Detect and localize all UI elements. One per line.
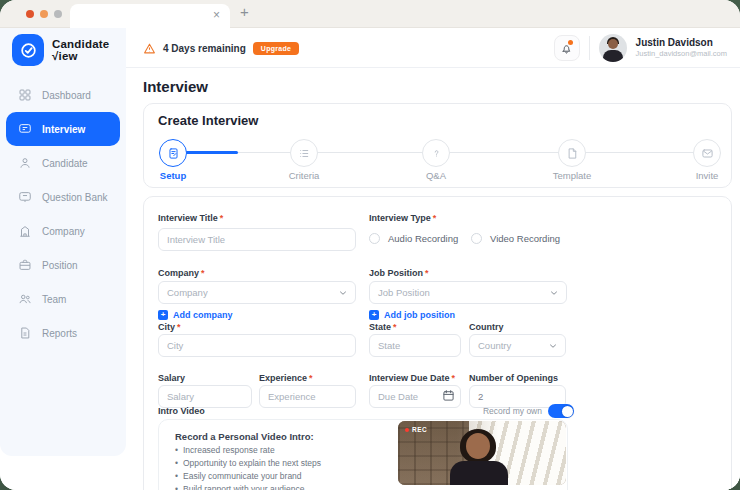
step-setup[interactable] — [159, 139, 187, 167]
add-job-position-link[interactable]: + Add job position — [369, 310, 455, 320]
avatar-face — [608, 39, 618, 49]
user-avatar[interactable] — [599, 34, 627, 62]
top-bar: 4 Days remaining Upgrade Justin Davidson… — [126, 28, 740, 68]
city-input[interactable] — [158, 334, 356, 357]
state-label: State* — [369, 322, 397, 332]
step-label-invite: Invite — [667, 170, 740, 181]
sidebar-item-reports[interactable]: Reports — [0, 316, 126, 350]
list-item: •Build rapport with your audience — [175, 483, 321, 490]
sidebar-item-interview[interactable]: Interview — [6, 112, 120, 146]
setup-form-card: Interview Title* Interview Type* Audio R… — [143, 196, 732, 490]
team-people-icon — [18, 292, 32, 306]
audio-recording-radio[interactable]: Audio Recording — [369, 233, 458, 244]
step-invite[interactable] — [693, 139, 721, 167]
interview-title-input[interactable] — [158, 228, 356, 251]
calendar-icon[interactable] — [442, 389, 455, 402]
intro-card-title: Record a Personal Video Intro: — [175, 431, 314, 442]
question-mark-icon — [430, 147, 443, 160]
browser-tab[interactable]: × — [70, 4, 230, 28]
country-select[interactable]: Country — [469, 334, 566, 357]
salary-label: Salary — [158, 373, 185, 383]
sidebar-item-label: Position — [42, 260, 78, 271]
sidebar-item-team[interactable]: Team — [0, 282, 126, 316]
list-item: •Opportunity to explain the next steps — [175, 457, 321, 470]
rec-text: REC — [412, 426, 427, 433]
interview-type-label: Interview Type* — [369, 213, 436, 223]
salary-input[interactable] — [158, 385, 252, 408]
experience-label: Experience* — [259, 373, 313, 383]
tab-close-icon[interactable]: × — [213, 8, 220, 22]
create-interview-card: Create Interview Setup — [143, 103, 732, 188]
traffic-light-minimize-button[interactable] — [40, 10, 48, 18]
traffic-light-close-button[interactable] — [26, 10, 34, 18]
upgrade-button[interactable]: Upgrade — [253, 42, 300, 55]
sidebar-item-position[interactable]: Position — [0, 248, 126, 282]
due-date-field[interactable] — [369, 385, 461, 408]
step-template[interactable] — [558, 139, 586, 167]
notifications-button[interactable] — [554, 35, 580, 61]
plus-square-icon: + — [369, 310, 379, 320]
user-email: Justin_davidson@mail.com — [636, 49, 727, 59]
step-qa[interactable] — [422, 139, 450, 167]
traffic-light-zoom-button[interactable] — [54, 10, 62, 18]
openings-label: Number of Openings — [469, 373, 558, 383]
step-criteria[interactable] — [290, 139, 318, 167]
sidebar-item-candidate[interactable]: Candidate — [0, 146, 126, 180]
sidebar-item-label: Team — [42, 294, 66, 305]
main-content: Interview Create Interview — [126, 68, 740, 490]
sidebar-item-dashboard[interactable]: Dashboard — [0, 78, 126, 112]
trial-banner: 4 Days remaining Upgrade — [143, 28, 299, 68]
sidebar-item-label: Dashboard — [42, 90, 91, 101]
invite-envelope-icon — [701, 147, 714, 160]
presenter-body — [450, 461, 508, 485]
video-preview[interactable]: REC — [398, 421, 566, 485]
step-label-criteria: Criteria — [264, 170, 344, 181]
setup-clipboard-icon — [167, 147, 180, 160]
interview-chat-icon — [18, 122, 32, 136]
company-building-icon — [18, 224, 32, 238]
job-position-select[interactable]: Job Position — [369, 281, 567, 304]
sidebar-item-label: Company — [42, 226, 85, 237]
top-bar-right: Justin Davidson Justin_davidson@mail.com — [554, 28, 727, 68]
criteria-list-icon — [298, 147, 311, 160]
due-date-label: Interview Due Date* — [369, 373, 455, 383]
app-root: Candidate √iew Dashboard Interview Candi… — [0, 28, 740, 490]
presenter-face — [466, 433, 490, 459]
sidebar-menu: Dashboard Interview Candidate Question B… — [0, 78, 126, 350]
browser-chrome: × + — [0, 0, 740, 28]
position-briefcase-icon — [18, 258, 32, 272]
company-select[interactable]: Company — [158, 281, 356, 304]
radio-circle-icon — [471, 233, 482, 244]
record-my-own-toggle[interactable] — [548, 404, 574, 418]
candidate-person-icon — [18, 156, 32, 170]
sidebar-item-company[interactable]: Company — [0, 214, 126, 248]
avatar-body — [603, 50, 623, 62]
chevron-down-icon — [549, 288, 559, 298]
intro-video-label: Intro Video — [158, 406, 205, 416]
new-tab-button[interactable]: + — [240, 3, 249, 20]
interview-title-label: Interview Title* — [158, 213, 223, 223]
list-item: •Easily communicate your brand — [175, 470, 321, 483]
experience-input[interactable] — [259, 385, 356, 408]
notification-badge-dot — [568, 40, 573, 45]
add-company-link[interactable]: + Add company — [158, 310, 233, 320]
trial-days-text: 4 Days remaining — [163, 43, 246, 54]
user-info[interactable]: Justin Davidson Justin_davidson@mail.com — [636, 37, 727, 59]
state-input[interactable] — [369, 334, 461, 357]
reports-document-icon — [18, 326, 32, 340]
video-recording-radio[interactable]: Video Recording — [471, 233, 560, 244]
question-bank-chat-icon — [18, 190, 32, 204]
country-label: Country — [469, 322, 504, 332]
chevron-down-icon — [338, 288, 348, 298]
sidebar-item-label: Candidate — [42, 158, 88, 169]
sidebar-item-label: Question Bank — [42, 192, 108, 203]
sidebar-item-question-bank[interactable]: Question Bank — [0, 180, 126, 214]
warning-triangle-icon — [143, 42, 156, 55]
step-label-qa: Q&A — [396, 170, 476, 181]
city-label: City* — [158, 322, 181, 332]
chevron-down-icon — [548, 341, 558, 351]
plus-square-icon: + — [158, 310, 168, 320]
browser-window: × + Candidate √iew Dashboard — [0, 0, 740, 490]
rec-dot-icon — [405, 428, 409, 432]
template-file-icon — [566, 147, 579, 160]
